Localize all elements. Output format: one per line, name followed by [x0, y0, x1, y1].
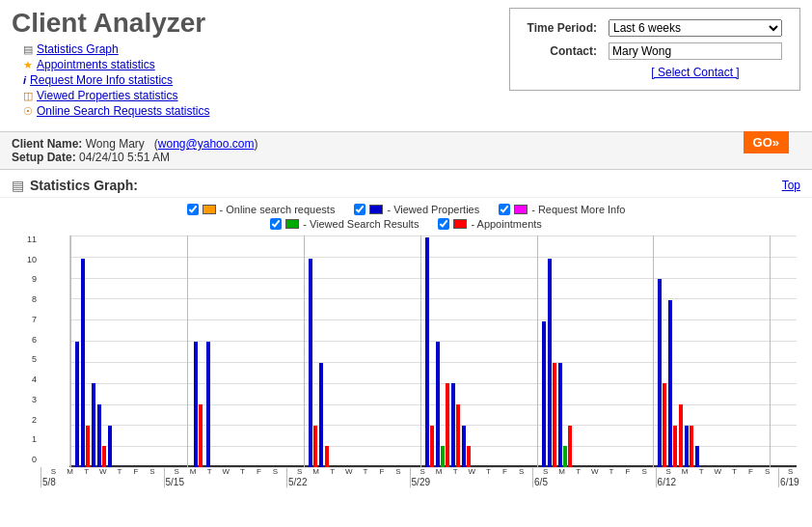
bar-red	[313, 426, 317, 467]
day-label-0-6: S	[145, 467, 159, 476]
contact-label: Contact:	[522, 40, 603, 63]
nav-item-viewed-properties[interactable]: ◫ Viewed Properties statistics	[23, 89, 209, 102]
day-label-3-2: T	[448, 467, 463, 476]
week-group-5	[653, 236, 770, 467]
nav-item-statistics-graph[interactable]: ▤ Statistics Graph	[23, 42, 209, 56]
viewed-properties-link[interactable]: Viewed Properties statistics	[37, 89, 178, 102]
legend: - Online search requests - Viewed Proper…	[0, 198, 812, 232]
day-label-1-2: T	[203, 467, 217, 476]
x-week-0: SMTWTFS5/8	[41, 467, 164, 487]
legend-row-1: - Online search requests - Viewed Proper…	[187, 204, 626, 215]
day-label-2-2: T	[325, 467, 339, 476]
day-label-3-1: M	[432, 467, 447, 476]
day-label-3-6: S	[514, 467, 528, 476]
section-chart-icon: ▤	[12, 178, 24, 193]
day-bars-4-0	[542, 321, 546, 467]
bar-red	[467, 446, 471, 467]
bar-green	[441, 446, 445, 467]
bar-blue	[108, 426, 112, 467]
section-title: ▤ Statistics Graph:	[12, 178, 138, 193]
bar-blue	[319, 363, 323, 467]
client-email-link[interactable]: wong@yahoo.com	[158, 137, 255, 151]
legend-appointments-label: - Appointments	[471, 218, 541, 230]
y-axis: 11109876543210	[12, 236, 41, 467]
request-more-info-link[interactable]: Request More Info statistics	[30, 73, 173, 87]
week-date-3: 5/29	[412, 477, 533, 487]
online-search-link[interactable]: Online Search Requests statistics	[37, 104, 209, 118]
day-label-3-4: T	[481, 467, 496, 476]
day-bars-3-2	[451, 383, 460, 467]
nav-item-online-search[interactable]: ☉ Online Search Requests statistics	[23, 104, 209, 118]
day-bars-5-3	[685, 426, 693, 467]
legend-online-search: - Online search requests	[187, 204, 336, 215]
y-label-3: 3	[32, 396, 37, 404]
nav-item-appointments[interactable]: ★ Appointments statistics	[23, 58, 209, 71]
time-period-label: Time Period:	[522, 16, 603, 40]
contact-input[interactable]	[609, 42, 782, 60]
bar-red	[325, 446, 329, 467]
legend-online-search-checkbox[interactable]	[187, 204, 199, 215]
week-group-2	[304, 236, 420, 467]
day-label-5-6: S	[760, 467, 774, 476]
day-label-5-0: S	[662, 467, 676, 476]
legend-viewed-properties: - Viewed Properties	[354, 204, 479, 215]
select-contact-cell: [ Select Contact ]	[603, 63, 788, 82]
x-week-5: SMTWTFS6/12	[656, 467, 779, 487]
bar-green	[563, 446, 567, 467]
day-label-4-0: S	[538, 467, 553, 476]
y-label-2: 2	[32, 416, 37, 425]
bar-red	[430, 426, 434, 467]
day-label-6-0: S	[784, 467, 797, 476]
app-container: Client Analyzer ▤ Statistics Graph ★ App…	[0, 0, 812, 487]
legend-viewed-search-checkbox[interactable]	[270, 218, 282, 230]
select-contact-row: [ Select Contact ]	[522, 63, 788, 82]
appointments-link[interactable]: Appointments statistics	[37, 58, 155, 71]
chart-area: 11109876543210 SMTWTFS5/8SMTWTFS5/15SMTW…	[0, 232, 812, 487]
bar-blue	[548, 259, 552, 467]
day-label-2-0: S	[292, 467, 307, 476]
bar-blue	[695, 446, 699, 467]
day-bars-5-4	[695, 446, 699, 467]
legend-viewed-properties-color	[369, 205, 383, 214]
y-label-8: 8	[32, 295, 37, 304]
x-axis-labels: SMTWTFS5/8SMTWTFS5/15SMTWTFS5/22SMTWTFS5…	[41, 467, 800, 487]
day-bars-2-0	[309, 259, 317, 467]
day-label-5-4: T	[727, 467, 742, 476]
day-label-5-5: F	[744, 467, 758, 476]
legend-online-search-label: - Online search requests	[220, 204, 336, 215]
statistics-graph-link[interactable]: Statistics Graph	[37, 42, 119, 56]
nav-item-request-more-info[interactable]: i Request More Info statistics	[23, 73, 209, 87]
nav-links: ▤ Statistics Graph ★ Appointments statis…	[23, 42, 209, 118]
select-contact-link[interactable]: [ Select Contact ]	[651, 66, 739, 79]
client-info-bar: Client Name: Wong Mary (wong@yahoo.com) …	[0, 131, 812, 170]
go-button[interactable]: GO»	[744, 131, 789, 153]
legend-viewed-search: - Viewed Search Results	[270, 218, 419, 230]
week-group-0	[70, 236, 187, 467]
bar-blue	[97, 404, 101, 467]
day-label-2-5: F	[374, 467, 389, 476]
day-label-0-5: F	[128, 467, 143, 476]
top-link[interactable]: Top	[782, 179, 800, 192]
week-date-5: 6/12	[658, 477, 779, 487]
y-label-7: 7	[32, 316, 37, 324]
day-label-2-1: M	[309, 467, 323, 476]
day-label-3-0: S	[416, 467, 430, 476]
y-label-5: 5	[32, 355, 37, 364]
day-label-0-2: T	[79, 467, 94, 476]
bar-blue	[558, 363, 562, 467]
select-contact-spacer	[522, 63, 603, 82]
star-icon: ★	[23, 59, 33, 71]
contact-row: Contact:	[522, 40, 788, 63]
legend-request-more-info-checkbox[interactable]	[499, 204, 510, 215]
time-period-select[interactable]: Last 6 weeks Last 3 months Last 6 months…	[609, 19, 782, 37]
legend-appointments-checkbox[interactable]	[438, 218, 449, 230]
bar-red	[673, 426, 677, 467]
week-date-4: 6/5	[534, 477, 656, 487]
legend-request-more-info: - Request More Info	[499, 204, 625, 215]
bar-red	[568, 426, 572, 467]
legend-viewed-properties-checkbox[interactable]	[354, 204, 365, 215]
day-bars-4-1	[548, 259, 556, 467]
day-bars-0-3	[97, 404, 106, 467]
legend-appointments: - Appointments	[438, 218, 541, 230]
day-label-1-6: S	[268, 467, 283, 476]
